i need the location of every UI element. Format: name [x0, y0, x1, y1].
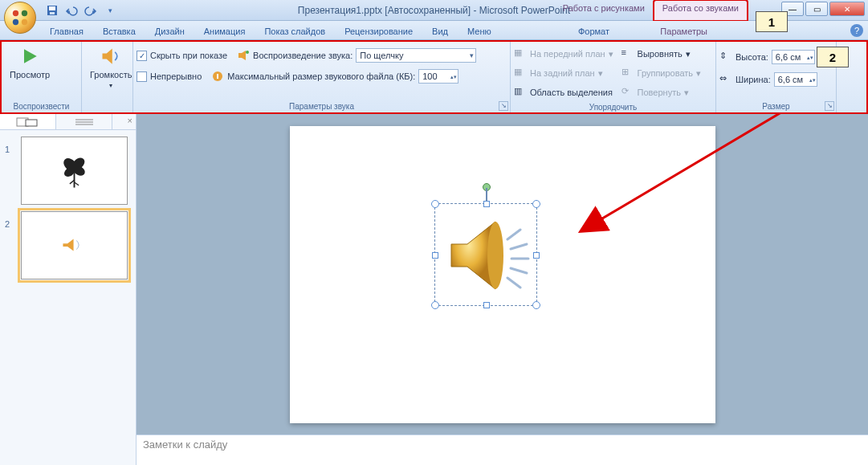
- play-sound-label: Воспроизведение звука:: [253, 51, 352, 60]
- tab-view[interactable]: Вид: [422, 23, 458, 39]
- arrange-group-label: Упорядочить: [514, 101, 712, 113]
- close-button[interactable]: ✕: [829, 2, 865, 16]
- bring-front-icon: ▦: [514, 47, 527, 60]
- slides-tab[interactable]: [0, 114, 56, 129]
- height-label: Высота:: [736, 52, 768, 62]
- tab-animation[interactable]: Анимация: [194, 23, 255, 39]
- svg-point-1: [22, 10, 27, 16]
- rotate-icon: ⟳: [621, 86, 634, 99]
- width-spin[interactable]: 6,6 см: [774, 72, 817, 87]
- help-icon[interactable]: ?: [850, 24, 863, 37]
- group-icon: ⊞: [621, 67, 634, 80]
- outline-tab[interactable]: [56, 114, 112, 129]
- play-sound-combo[interactable]: По щелчку: [356, 48, 476, 63]
- width-icon: ⇔: [719, 73, 732, 86]
- svg-marker-7: [24, 49, 37, 63]
- save-icon[interactable]: [44, 2, 60, 18]
- svg-marker-9: [242, 51, 246, 60]
- height-icon: ⇕: [719, 51, 732, 63]
- width-label: Ширина:: [736, 75, 771, 84]
- group-button: ⊞Группировать ▾: [621, 64, 702, 82]
- sound-opts-group-label: Параметры звука: [137, 100, 507, 112]
- thumb-2-num: 2: [5, 219, 10, 229]
- selection-pane-button[interactable]: ▥Область выделения: [514, 84, 613, 101]
- tab-params[interactable]: Параметры: [650, 23, 717, 39]
- svg-point-0: [13, 10, 18, 16]
- play-sound-icon: [237, 49, 250, 62]
- window-title: Презентация1.pptx [Автосохраненный] - Mi…: [298, 5, 570, 16]
- svg-line-24: [507, 278, 520, 288]
- max-size-spin[interactable]: 100: [418, 69, 458, 84]
- preview-button[interactable]: Просмотр: [5, 43, 55, 81]
- maximize-button[interactable]: ▭: [805, 2, 828, 16]
- rotate-button: ⟳Повернуть ▾: [621, 84, 702, 101]
- align-icon: ≡: [621, 47, 634, 60]
- height-spin[interactable]: 6,6 см: [772, 50, 815, 64]
- slide-canvas[interactable]: [290, 126, 715, 423]
- notes-pane[interactable]: Заметки к слайду: [137, 434, 868, 465]
- redo-icon[interactable]: [83, 2, 99, 18]
- volume-label: Громкость: [90, 70, 132, 80]
- svg-rect-14: [26, 120, 37, 126]
- max-size-label: Максимальный размер звукового файла (КБ)…: [227, 71, 415, 81]
- context-tab-pictures[interactable]: Работа с рисунками: [554, 0, 654, 21]
- send-back-icon: ▦: [514, 67, 527, 80]
- volume-button[interactable]: Громкость ▾: [85, 43, 137, 91]
- thumb-1[interactable]: [21, 137, 128, 205]
- tab-insert[interactable]: Вставка: [93, 23, 145, 39]
- svg-point-10: [246, 51, 249, 54]
- context-tab-sounds[interactable]: Работа со звуками: [654, 0, 748, 21]
- tab-slideshow[interactable]: Показ слайдов: [255, 23, 335, 39]
- chevron-down-icon: ▾: [109, 82, 112, 89]
- svg-point-19: [487, 222, 503, 289]
- align-button[interactable]: ≡Выровнять ▾: [621, 45, 702, 63]
- svg-line-23: [511, 268, 527, 273]
- sound-object[interactable]: [434, 203, 537, 306]
- size-group-label: Размер: [719, 100, 833, 112]
- svg-rect-5: [49, 6, 55, 10]
- tab-home[interactable]: Главная: [40, 23, 93, 39]
- play-group-label: Воспроизвести: [5, 100, 78, 112]
- loop-checkbox[interactable]: Непрерывно: [137, 67, 202, 85]
- send-back-button: ▦На задний план ▾: [514, 64, 613, 82]
- svg-line-21: [511, 244, 527, 249]
- callout-1: 1: [756, 11, 788, 32]
- file-size-icon: [211, 70, 224, 83]
- bring-front-button: ▦На передний план ▾: [514, 45, 613, 63]
- qat-dropdown-icon[interactable]: ▾: [102, 2, 118, 18]
- tab-format[interactable]: Формат: [568, 23, 619, 39]
- svg-rect-8: [238, 53, 242, 58]
- svg-rect-12: [217, 74, 218, 79]
- hide-on-show-checkbox[interactable]: ✓Скрыть при показе: [137, 47, 227, 64]
- svg-point-2: [13, 19, 18, 25]
- thumb-1-num: 1: [5, 145, 10, 154]
- thumb-2[interactable]: [21, 211, 128, 279]
- tab-review[interactable]: Рецензирование: [335, 23, 422, 39]
- svg-line-20: [507, 230, 520, 239]
- selection-pane-icon: ▥: [514, 86, 527, 99]
- sound-opts-dialog-launcher[interactable]: ↘: [499, 101, 508, 111]
- preview-label: Просмотр: [10, 70, 50, 80]
- undo-icon[interactable]: [63, 2, 79, 18]
- svg-rect-6: [50, 12, 55, 14]
- callout-2: 2: [817, 47, 849, 67]
- svg-point-3: [22, 19, 27, 25]
- tab-design[interactable]: Дизайн: [145, 23, 194, 39]
- pane-close-icon[interactable]: ×: [128, 116, 132, 125]
- size-dialog-launcher[interactable]: ↘: [825, 101, 834, 111]
- tab-menu[interactable]: Меню: [458, 23, 501, 39]
- office-button[interactable]: [4, 2, 36, 34]
